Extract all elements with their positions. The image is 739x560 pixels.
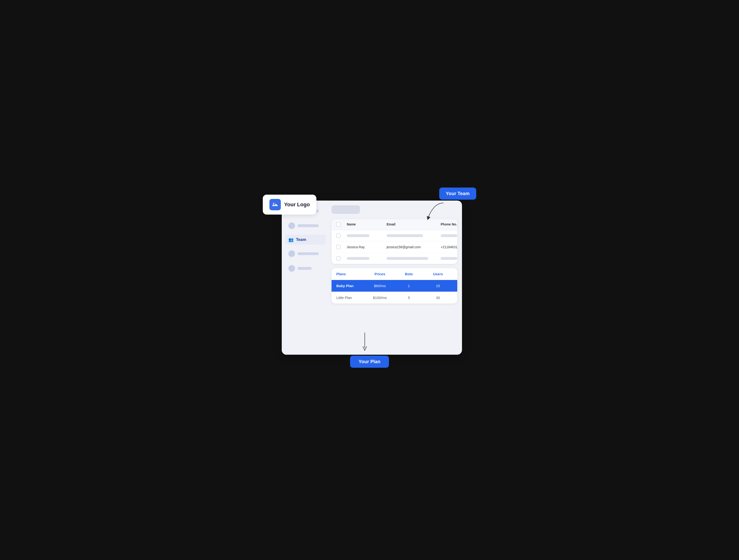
team-arrow: [415, 201, 448, 222]
baby-plan-row[interactable]: Baby Plan $60/mo 1 15: [331, 280, 457, 292]
baby-plan-wrapper: Baby Plan $60/mo 1 15: [331, 280, 457, 292]
row2-name: Jessica Ray: [347, 245, 385, 249]
col-email: Email: [387, 222, 439, 227]
sidebar-bar-5: [297, 267, 312, 270]
row3-name-skeleton: [347, 257, 370, 260]
baby-plan-price: $60/mo: [365, 284, 395, 288]
little-plan-row[interactable]: Little Plan $100/mo 5 30: [331, 292, 457, 304]
little-plan-users: 30: [424, 296, 453, 300]
baby-plan-bots: 1: [395, 284, 424, 288]
sidebar-item-team[interactable]: 👥 Team: [285, 235, 326, 245]
plans-header: Plans Prices Bots Users: [331, 268, 457, 280]
logo-icon: [269, 199, 281, 210]
sidebar-bar-4: [297, 252, 319, 255]
row1-checkbox[interactable]: [336, 233, 340, 238]
app-window: 👥 Team Name Email: [282, 201, 462, 355]
team-label: Team: [296, 237, 306, 242]
plans-col-prices: Prices: [365, 272, 395, 276]
row3-phone-skeleton: [441, 257, 457, 260]
col-phone: Phone No.: [441, 222, 457, 227]
search-bar[interactable]: [331, 205, 360, 214]
scene: Your Logo Your Team 👥: [263, 188, 476, 372]
baby-plan-name: Baby Plan: [336, 284, 365, 288]
your-plan-badge[interactable]: Your Plan: [350, 356, 389, 368]
sidebar: 👥 Team: [282, 201, 329, 355]
row1-phone-skeleton: [441, 234, 457, 237]
sidebar-item-2[interactable]: [285, 220, 326, 231]
row3-email-skeleton: [387, 257, 428, 260]
plans-col-users: Users: [424, 272, 453, 276]
row1-email-skeleton: [387, 234, 423, 237]
row2-email: jessica158@gmail.com: [387, 245, 439, 249]
sidebar-item-5[interactable]: [285, 263, 326, 274]
sidebar-item-4[interactable]: [285, 248, 326, 259]
logo-card: Your Logo: [263, 195, 316, 215]
your-team-badge[interactable]: Your Team: [439, 188, 476, 200]
table-row: Jessica Ray jessica158@gmail.com +211846…: [331, 241, 457, 253]
svg-rect-0: [272, 202, 279, 207]
plan-arrow: [360, 333, 370, 352]
team-table: Name Email Phone No. Role Status: [331, 219, 457, 264]
plans-table: Plans Prices Bots Users Baby Plan $60/mo…: [331, 268, 457, 304]
plans-col-plans: Plans: [336, 272, 365, 276]
little-plan-wrapper: Little Plan $100/mo 5 30: [331, 292, 457, 304]
team-icon: 👥: [288, 237, 294, 242]
svg-point-1: [273, 203, 274, 204]
little-plan-price: $100/mo: [365, 296, 395, 300]
plans-col-bots: Bots: [395, 272, 424, 276]
main-content: Name Email Phone No. Role Status: [329, 201, 462, 355]
sidebar-dot-5: [288, 265, 295, 272]
col-name: Name: [347, 222, 385, 227]
table-row: [331, 253, 457, 264]
row3-checkbox[interactable]: [336, 256, 340, 260]
header-checkbox[interactable]: [336, 222, 340, 227]
row2-phone: +211846315: [441, 245, 457, 249]
sidebar-bar-2: [297, 224, 319, 227]
little-plan-name: Little Plan: [336, 296, 365, 300]
logo-text: Your Logo: [284, 201, 310, 208]
baby-plan-users: 15: [424, 284, 453, 288]
row2-checkbox[interactable]: [336, 245, 340, 249]
table-row: [331, 230, 457, 241]
row1-name-skeleton: [347, 234, 370, 237]
sidebar-dot-4: [288, 250, 295, 257]
sidebar-dot-2: [288, 222, 295, 229]
little-plan-bots: 5: [395, 296, 424, 300]
